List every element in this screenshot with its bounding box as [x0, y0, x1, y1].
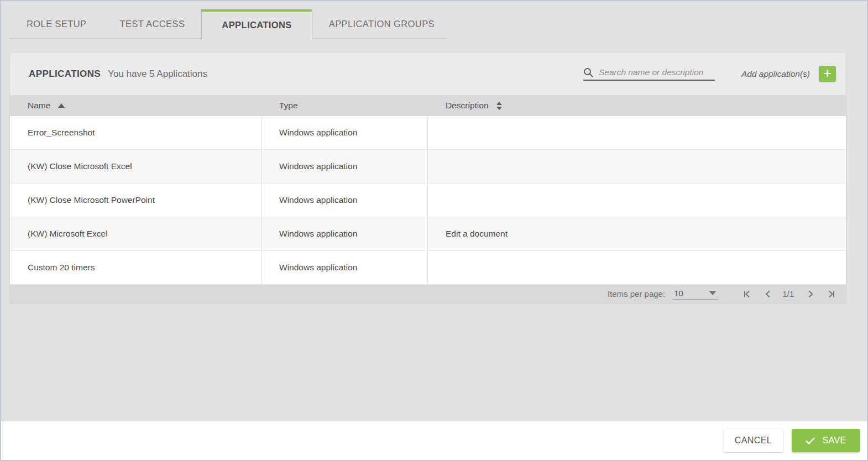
app-name-cell: (KW) Close Microsoft PowerPoint [10, 184, 262, 217]
app-name-cell: Error_Screenshot [10, 116, 262, 149]
add-applications-label: Add application(s) [741, 69, 810, 79]
panel-title: APPLICATIONS [29, 69, 101, 80]
check-icon [805, 437, 815, 445]
add-application-button[interactable]: + [819, 66, 836, 82]
app-description-cell [428, 251, 846, 284]
search-input[interactable] [599, 67, 715, 77]
app-name-cell: (KW) Microsoft Excel [10, 217, 262, 250]
items-per-page-label: Items per page: [608, 289, 665, 298]
column-header-type[interactable]: Type [262, 101, 428, 111]
app-description-cell [428, 116, 846, 149]
panel-subtitle: You have 5 Applications [108, 69, 207, 80]
save-button-label: SAVE [822, 436, 846, 446]
sort-icon [496, 102, 502, 110]
action-bar: CANCEL SAVE [1, 421, 867, 460]
tab-role-setup[interactable]: ROLE SETUP [10, 9, 103, 38]
sort-ascending-icon [58, 103, 65, 108]
first-page-button[interactable] [742, 290, 751, 298]
app-type-cell: Windows application [262, 150, 428, 183]
applications-panel: APPLICATIONS You have 5 Applications Add… [10, 53, 846, 303]
previous-page-button[interactable] [764, 290, 772, 298]
search-icon [583, 67, 593, 77]
table-body: Error_Screenshot Windows application (KW… [10, 116, 846, 285]
table-row[interactable]: (KW) Microsoft Excel Windows application… [10, 217, 846, 251]
app-window: ROLE SETUP TEST ACCESS APPLICATIONS APPL… [0, 0, 868, 461]
save-button[interactable]: SAVE [792, 429, 860, 452]
tab-application-groups[interactable]: APPLICATION GROUPS [312, 9, 451, 38]
chevron-down-icon [709, 291, 716, 295]
column-label: Type [279, 101, 298, 111]
tab-applications[interactable]: APPLICATIONS [201, 9, 312, 39]
column-header-description[interactable]: Description [428, 101, 846, 111]
search-box [583, 67, 715, 81]
app-description-cell: Edit a document [428, 217, 846, 250]
app-type-cell: Windows application [262, 217, 428, 250]
table-row[interactable]: (KW) Close Microsoft Excel Windows appli… [10, 150, 846, 184]
chevron-right-icon [806, 290, 815, 298]
table-row[interactable]: Custom 20 timers Windows application [10, 251, 846, 285]
cancel-button[interactable]: CANCEL [724, 429, 783, 452]
app-name-cell: Custom 20 timers [10, 251, 262, 284]
app-type-cell: Windows application [262, 116, 428, 149]
app-type-cell: Windows application [262, 184, 428, 217]
chevron-left-icon [764, 290, 772, 298]
last-page-icon [827, 290, 836, 298]
last-page-button[interactable] [827, 290, 836, 298]
column-header-name[interactable]: Name [10, 101, 262, 111]
items-per-page-select[interactable]: 10 [673, 289, 718, 300]
table-row[interactable]: (KW) Close Microsoft PowerPoint Windows … [10, 184, 846, 217]
tab-bar: ROLE SETUP TEST ACCESS APPLICATIONS APPL… [10, 9, 447, 39]
panel-header: APPLICATIONS You have 5 Applications Add… [10, 53, 846, 95]
pagination-bar: Items per page: 10 1/1 [10, 285, 846, 303]
app-name-cell: (KW) Close Microsoft Excel [10, 150, 262, 183]
column-label: Description [446, 101, 489, 111]
first-page-icon [742, 290, 751, 298]
tab-test-access[interactable]: TEST ACCESS [103, 9, 202, 38]
app-type-cell: Windows application [262, 251, 428, 284]
app-description-cell [428, 184, 846, 217]
column-label: Name [28, 101, 50, 111]
plus-icon: + [823, 66, 832, 80]
table-row[interactable]: Error_Screenshot Windows application [10, 116, 846, 150]
page-indicator: 1/1 [782, 289, 794, 298]
items-per-page-value: 10 [674, 289, 683, 298]
next-page-button[interactable] [806, 290, 815, 298]
app-description-cell [428, 150, 846, 183]
table-header-row: Name Type Description [10, 95, 846, 116]
